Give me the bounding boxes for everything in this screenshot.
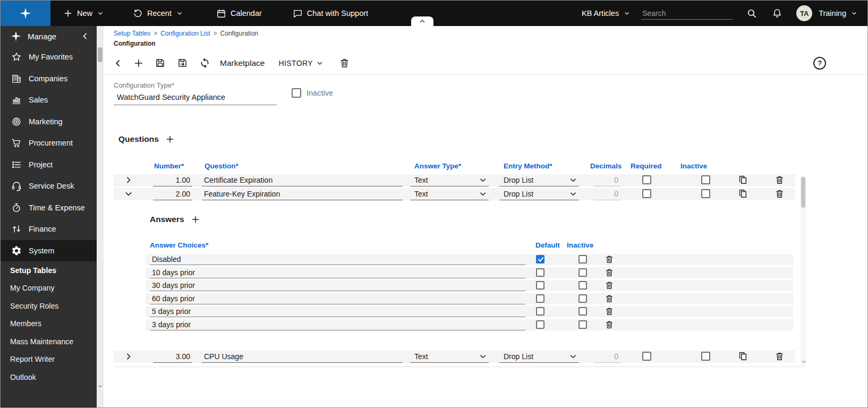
scroll-down-icon[interactable]	[801, 359, 807, 365]
inactive-checkbox[interactable]	[701, 189, 710, 198]
sidebar-scrollbar[interactable]	[97, 26, 104, 407]
answer-type-select[interactable]: Text	[410, 351, 489, 363]
inactive-checkbox[interactable]	[578, 255, 587, 264]
delete-answer-icon[interactable]	[605, 294, 614, 303]
question-number-input[interactable]	[153, 174, 192, 186]
add-answer-icon[interactable]	[191, 215, 200, 224]
delete-row-icon[interactable]	[775, 351, 785, 361]
account-menu[interactable]: Training	[819, 9, 858, 18]
expand-row-icon[interactable]	[123, 351, 134, 362]
delete-row-icon[interactable]	[775, 175, 785, 185]
calendar-button[interactable]: Calendar	[216, 8, 262, 19]
decimals-input[interactable]	[594, 351, 620, 363]
answer-choice-input[interactable]	[150, 306, 525, 317]
sidebar-item-project[interactable]: Project	[1, 154, 97, 176]
inactive-checkbox[interactable]	[578, 281, 587, 290]
collapse-row-icon[interactable]	[123, 189, 134, 199]
kb-articles-menu[interactable]: KB Articles	[582, 9, 631, 18]
recent-menu[interactable]: Recent	[133, 8, 183, 19]
decimals-input[interactable]	[594, 188, 620, 200]
default-checkbox[interactable]	[536, 255, 544, 264]
add-record-icon[interactable]	[133, 58, 144, 69]
questions-scrollbar[interactable]	[801, 176, 806, 366]
chat-with-support-button[interactable]: Chat with Support	[293, 8, 368, 19]
copy-row-icon[interactable]	[738, 189, 748, 199]
sidebar-item-outlook[interactable]: Outlook	[1, 368, 97, 386]
sidebar-item-procurement[interactable]: Procurement	[1, 132, 97, 154]
entry-method-select[interactable]: Drop List	[499, 174, 579, 186]
sidebar-item-mass-maintenance[interactable]: Mass Maintenance	[1, 333, 97, 351]
delete-answer-icon[interactable]	[605, 280, 614, 290]
answer-choice-input[interactable]	[150, 319, 525, 330]
inactive-checkbox[interactable]	[701, 175, 710, 184]
scrollbar-thumb[interactable]	[98, 47, 103, 62]
inactive-checkbox[interactable]	[292, 88, 301, 98]
inactive-checkbox[interactable]	[578, 307, 587, 316]
delete-answer-icon[interactable]	[605, 254, 614, 264]
sidebar-item-marketing[interactable]: Marketing	[1, 111, 97, 133]
default-checkbox[interactable]	[536, 320, 544, 329]
answer-type-select[interactable]: Text	[410, 174, 489, 186]
search-icon[interactable]	[746, 8, 757, 19]
default-checkbox[interactable]	[536, 307, 544, 316]
sidebar-item-system[interactable]: System	[1, 240, 97, 262]
notifications-bell-icon[interactable]	[772, 8, 782, 19]
delete-answer-icon[interactable]	[605, 268, 614, 277]
configuration-type-input[interactable]	[114, 90, 277, 105]
question-text-input[interactable]	[202, 351, 403, 363]
answer-choice-input[interactable]	[150, 280, 525, 291]
save-icon[interactable]	[155, 57, 166, 69]
delete-answer-icon[interactable]	[605, 307, 614, 316]
sidebar-item-report-writer[interactable]: Report Writer	[1, 351, 97, 369]
inactive-checkbox[interactable]	[578, 294, 587, 303]
sidebar-item-setup-tables[interactable]: Setup Tables	[1, 261, 97, 279]
default-checkbox[interactable]	[536, 281, 544, 290]
sidebar-item-my-company[interactable]: My Company	[1, 279, 97, 298]
inactive-checkbox[interactable]	[578, 320, 587, 329]
question-number-input[interactable]	[153, 351, 192, 363]
copy-row-icon[interactable]	[738, 175, 748, 185]
answer-choice-input[interactable]	[150, 293, 525, 304]
entry-method-select[interactable]: Drop List	[499, 351, 579, 363]
scroll-down-icon[interactable]	[97, 383, 104, 389]
avatar[interactable]: TA	[796, 5, 812, 21]
sidebar-item-my-favorites[interactable]: My Favorites	[1, 46, 97, 68]
back-icon[interactable]	[112, 57, 124, 69]
answer-type-select[interactable]: Text	[410, 188, 489, 200]
required-checkbox[interactable]	[642, 352, 651, 361]
delete-row-icon[interactable]	[775, 189, 785, 199]
history-menu[interactable]: HISTORY	[278, 59, 324, 67]
marketplace-button[interactable]: Marketplace	[220, 58, 265, 68]
add-question-icon[interactable]	[165, 134, 175, 144]
delete-answer-icon[interactable]	[605, 320, 614, 329]
answer-choice-input[interactable]	[150, 254, 525, 265]
decimals-input[interactable]	[594, 174, 620, 186]
new-menu[interactable]: New	[63, 8, 104, 18]
scrollbar-thumb[interactable]	[801, 177, 805, 208]
collapse-header-control[interactable]	[411, 16, 433, 26]
sidebar-item-time-expense[interactable]: Time & Expense	[1, 197, 97, 219]
default-checkbox[interactable]	[536, 294, 544, 303]
inactive-checkbox[interactable]	[701, 352, 710, 361]
copy-row-icon[interactable]	[738, 351, 748, 361]
help-icon[interactable]: ?	[813, 57, 826, 70]
sidebar-item-finance[interactable]: Finance	[1, 218, 97, 240]
entry-method-select[interactable]: Drop List	[499, 188, 579, 200]
question-text-input[interactable]	[202, 174, 403, 186]
delete-record-icon[interactable]	[339, 57, 350, 69]
expand-row-icon[interactable]	[123, 175, 134, 185]
search-input[interactable]	[641, 7, 733, 20]
save-and-close-icon[interactable]	[177, 57, 188, 69]
collapse-sidebar-icon[interactable]	[80, 31, 90, 41]
default-checkbox[interactable]	[536, 268, 544, 277]
inactive-checkbox[interactable]	[578, 268, 587, 277]
sidebar-item-security-roles[interactable]: Security Roles	[1, 297, 97, 315]
answer-choice-input[interactable]	[150, 267, 525, 278]
connectwise-logo[interactable]	[1, 1, 50, 26]
breadcrumb-setup-tables[interactable]: Setup Tables	[114, 30, 150, 37]
question-number-input[interactable]	[153, 188, 192, 200]
breadcrumb-configuration-list[interactable]: Configuration List	[160, 30, 210, 37]
sidebar-item-service-desk[interactable]: Service Desk	[1, 175, 97, 197]
sidebar-item-companies[interactable]: Companies	[1, 68, 97, 90]
required-checkbox[interactable]	[642, 189, 651, 198]
